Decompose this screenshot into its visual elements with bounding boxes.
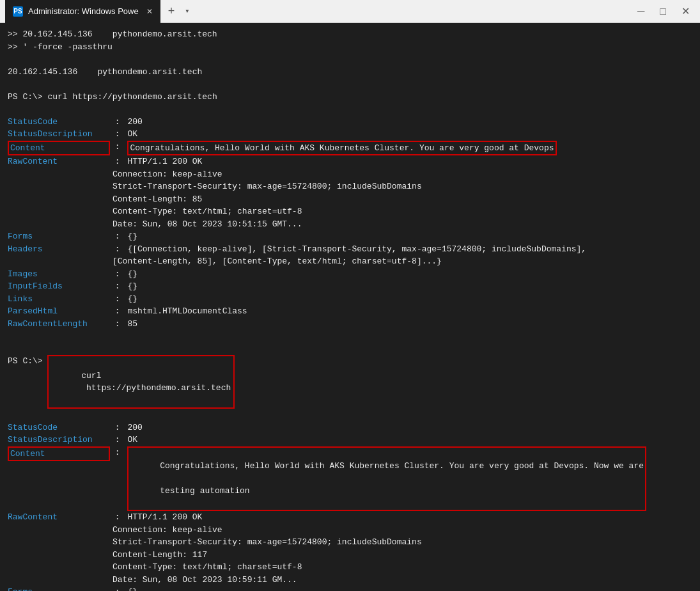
cmd-force: ' -force -passthru <box>22 41 112 54</box>
window-controls: ─ □ ✕ <box>632 5 695 17</box>
ps-prompt-2: PS C:\> <box>8 355 47 409</box>
inputfields-row-1: InputFields : {} <box>8 280 692 293</box>
statuscode-label-2: StatusCode <box>8 422 110 434</box>
links-label-1: Links <box>8 293 110 306</box>
images-row-1: Images : {} <box>8 268 692 281</box>
terminal-output: >> 20.162.145.136 pythondemo.arsit.tech … <box>0 23 700 591</box>
content-val-1: Congratulations, Hello World with AKS Ku… <box>127 141 556 156</box>
forms-val-2: {} <box>127 586 137 591</box>
blank-1 <box>8 53 692 66</box>
tab-dropdown-button[interactable]: ▾ <box>182 6 192 16</box>
ps-prompt-1: PS C:\> <box>8 91 47 104</box>
blank-2 <box>8 78 692 91</box>
forms-row-1: Forms : {} <box>8 230 692 243</box>
content-label-2: Content <box>8 446 110 462</box>
forms-label-1: Forms <box>8 230 110 243</box>
tab-close-button[interactable]: ✕ <box>146 7 153 16</box>
headers-val-1: {[Connection, keep-alive], [Strict-Trans… <box>127 243 586 256</box>
forms-row-2: Forms : {} <box>8 586 692 591</box>
active-tab[interactable]: PS Administrator: Windows Powe ✕ <box>5 0 160 23</box>
rawcontentlength-label-1: RawContentLength <box>8 318 110 331</box>
new-tab-button[interactable]: + <box>164 4 179 18</box>
statuscode-val-2: 200 <box>127 422 142 434</box>
parsedhtml-row-1: ParsedHtml : mshtml.HTMLDocumentClass <box>8 305 692 318</box>
rawcontent-indent-1-1: Connection: keep-alive <box>8 168 692 181</box>
rawcontentlength-row-1: RawContentLength : 85 <box>8 318 692 331</box>
rawcontent-indent-2-3: Content-Length: 117 <box>8 549 692 562</box>
rawcontent-indent-2-4: Content-Type: text/html; charset=utf-8 <box>8 561 692 574</box>
rawcontent-indent-1-3: Content-Length: 85 <box>8 193 692 206</box>
parsedhtml-label-1: ParsedHtml <box>8 305 110 318</box>
statusdesc-val-1: OK <box>127 128 137 141</box>
parsedhtml-val-1: mshtml.HTMLDocumentClass <box>127 305 247 318</box>
statuscode-row-1: StatusCode : 200 <box>8 116 692 129</box>
content-val-2-box: Congratulations, Hello World with AKS Ku… <box>127 446 646 512</box>
title-bar: PS Administrator: Windows Powe ✕ + ▾ ─ □… <box>0 0 700 23</box>
statuscode-row-2: StatusCode : 200 <box>8 422 692 434</box>
images-label-1: Images <box>8 268 110 281</box>
statuscode-val-1: 200 <box>127 116 142 129</box>
rawcontent-label-1: RawContent <box>8 155 110 168</box>
statuscode-label-1: StatusCode <box>8 116 110 129</box>
curl-cmd-1: curl <box>47 91 67 104</box>
content-row-1: Content : Congratulations, Hello World w… <box>8 141 692 156</box>
rawcontent-row-1: RawContent : HTTP/1.1 200 OK <box>8 155 692 168</box>
output-line-1: >> 20.162.145.136 pythondemo.arsit.tech <box>8 28 692 41</box>
domain-1: pythondemo.arsit.tech <box>93 28 217 41</box>
close-button[interactable]: ✕ <box>676 5 695 17</box>
ip-2: 20.162.145.136 <box>8 66 77 79</box>
blank-5 <box>8 343 692 356</box>
links-val-1: {} <box>127 293 137 306</box>
content-val-2-line1: Congratulations, Hello World with AKS Ku… <box>160 461 644 471</box>
ip-1: 20.162.145.136 <box>22 28 92 41</box>
inputfields-val-1: {} <box>127 280 137 293</box>
rawcontent-indent-1-5: Date: Sun, 08 Oct 2023 10:51:15 GMT... <box>8 218 692 231</box>
output-line-2: >> ' -force -passthru <box>8 41 692 54</box>
inputfields-label-1: InputFields <box>8 280 110 293</box>
rawcontent-indent-1-4: Content-Type: text/html; charset=utf-8 <box>8 205 692 218</box>
statusdesc-label-2: StatusDescription <box>8 434 110 446</box>
curl-url-1: https://pythondemo.arsit.tech <box>68 91 217 104</box>
content-val-2-line2: testing automation <box>160 486 249 496</box>
output-line-3: 20.162.145.136 pythondemo.arsit.tech <box>8 66 692 79</box>
rawcontentlength-val-1: 85 <box>127 318 137 331</box>
statusdesc-row-2: StatusDescription : OK <box>8 434 692 446</box>
content-label-1: Content <box>8 141 110 156</box>
forms-val-1: {} <box>127 230 137 243</box>
statusdesc-label-1: StatusDescription <box>8 128 110 141</box>
statusdesc-val-2: OK <box>127 434 137 446</box>
rawcontent-indent-2-5: Date: Sun, 08 Oct 2023 10:59:11 GM... <box>8 574 692 587</box>
rawcontent-indent-1-2: Strict-Transport-Security: max-age=15724… <box>8 180 692 193</box>
rawcontent-indent-2-2: Strict-Transport-Security: max-age=15724… <box>8 536 692 549</box>
content-row-2: Content : Congratulations, Hello World w… <box>8 446 692 512</box>
rawcontent-val-1-0: HTTP/1.1 200 OK <box>127 155 202 168</box>
curl-url-2: https://pythondemo.arsit.tech <box>81 383 231 393</box>
tab-icon: PS <box>13 6 23 17</box>
prompt-line-1: PS C:\> curl https://pythondemo.arsit.te… <box>8 91 692 104</box>
statusdesc-row-1: StatusDescription : OK <box>8 128 692 141</box>
headers-label-1: Headers <box>8 243 110 256</box>
blank-6 <box>8 409 692 422</box>
links-row-1: Links : {} <box>8 293 692 306</box>
curl-cmd-box-2: curl https://pythondemo.arsit.tech <box>47 355 235 409</box>
images-val-1: {} <box>127 268 137 281</box>
rawcontent-row-2: RawContent : HTTP/1.1 200 OK <box>8 511 692 524</box>
blank-3 <box>8 103 692 116</box>
forms-label-2: Forms <box>8 586 110 591</box>
prompt-line-2: PS C:\> curl https://pythondemo.arsit.te… <box>8 355 692 409</box>
rawcontent-val-2-0: HTTP/1.1 200 OK <box>127 511 202 524</box>
headers-row-1: Headers : {[Connection, keep-alive], [St… <box>8 243 692 256</box>
domain-2: pythondemo.arsit.tech <box>77 66 202 79</box>
tab-label: Administrator: Windows Powe <box>28 6 139 16</box>
restore-button[interactable]: □ <box>655 6 671 17</box>
headers-indent-1: [Content-Length, 85], [Content-Type, tex… <box>8 255 692 268</box>
curl-cmd-2: curl <box>81 371 101 381</box>
minimize-button[interactable]: ─ <box>632 6 649 17</box>
rawcontent-label-2: RawContent <box>8 511 110 524</box>
blank-4 <box>8 330 692 343</box>
rawcontent-indent-2-1: Connection: keep-alive <box>8 524 692 537</box>
